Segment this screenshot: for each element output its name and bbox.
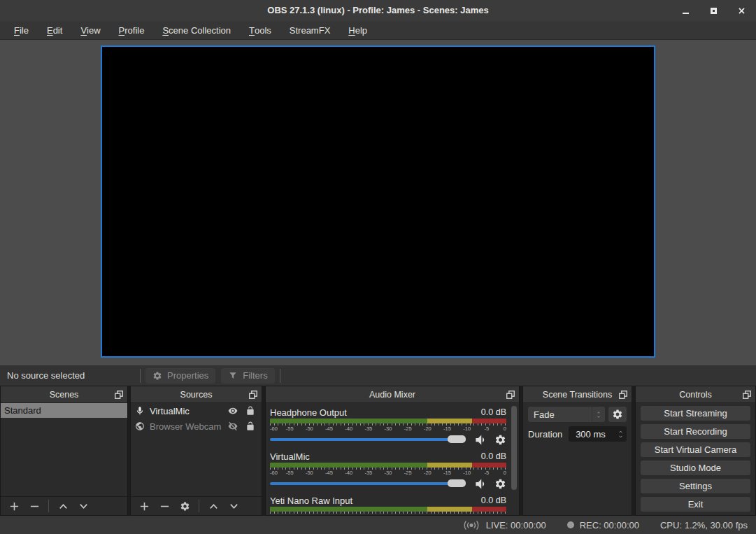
scenes-dock-header[interactable]: Scenes <box>1 386 127 403</box>
mixer-channel-headphone-output: Headphone Output 0.0 dB -60-55-50-45-40-… <box>270 406 506 450</box>
meter-tick-labels: -60-55-50-45-40-35-30-25-20-15-10-50 <box>270 470 506 476</box>
menu-file[interactable]: File <box>5 21 38 39</box>
remove-scene-button[interactable] <box>27 500 42 512</box>
start-recording-button[interactable]: Start Recording <box>641 424 750 439</box>
transition-properties-button[interactable] <box>608 407 627 422</box>
popout-icon[interactable] <box>506 390 515 400</box>
audio-mixer-dock: Audio Mixer Headphone Output 0.0 dB -60-… <box>265 386 520 516</box>
menu-view[interactable]: View <box>71 21 109 39</box>
mixer-channel-yeti-nano: Yeti Nano Raw Input 0.0 dB -60-55-50-45-… <box>270 494 506 516</box>
preview-area <box>0 41 756 365</box>
source-row-virtualmic[interactable]: VirtualMic <box>131 403 262 419</box>
gear-icon[interactable] <box>494 434 506 446</box>
gear-icon <box>180 501 190 512</box>
properties-button[interactable]: Properties <box>145 368 215 384</box>
meter-tick-label: -30 <box>385 470 392 476</box>
filters-button[interactable]: Filters <box>221 368 274 384</box>
popout-icon[interactable] <box>114 390 124 400</box>
lock-open-icon[interactable] <box>245 406 255 416</box>
speaker-icon[interactable] <box>473 433 487 447</box>
lock-open-icon[interactable] <box>245 421 255 431</box>
meter-tick-label: -10 <box>463 470 471 476</box>
visibility-eye-off-icon[interactable] <box>228 421 238 431</box>
minimize-icon[interactable] <box>680 6 690 15</box>
statusbar: LIVE: 00:00:00 REC: 00:00:00 CPU: 1.2%, … <box>0 516 756 534</box>
volume-slider[interactable] <box>270 482 466 485</box>
channel-name: Yeti Nano Raw Input <box>270 496 352 506</box>
add-scene-button[interactable] <box>6 500 22 512</box>
mixer-scrollbar[interactable] <box>511 406 517 490</box>
popout-icon[interactable] <box>742 390 752 400</box>
toolbar-separator <box>199 500 199 512</box>
meter-tick-label: -35 <box>364 470 372 476</box>
meter-tick-label: -45 <box>325 470 333 476</box>
menu-streamfx[interactable]: StreamFX <box>280 21 340 39</box>
remove-icon <box>29 501 40 512</box>
source-move-down-button[interactable] <box>226 500 241 512</box>
microphone-icon <box>135 406 145 416</box>
scene-item-standard[interactable]: Standard <box>1 403 127 418</box>
studio-mode-button[interactable]: Studio Mode <box>641 461 750 475</box>
docks-area: Scenes Standard Sources VirtualMic Brows… <box>0 386 756 516</box>
visibility-eye-icon[interactable] <box>228 406 238 416</box>
remove-source-button[interactable] <box>157 500 172 512</box>
add-icon <box>139 501 150 512</box>
remove-icon <box>159 501 170 512</box>
start-virtual-camera-button[interactable]: Start Virtual Camera <box>641 442 750 457</box>
meter-tick-label: -20 <box>424 426 432 432</box>
meter-tick-label: -50 <box>306 426 313 432</box>
menu-profile[interactable]: Profile <box>110 21 154 39</box>
scene-move-up-button[interactable] <box>55 500 71 512</box>
maximize-icon[interactable] <box>708 6 718 15</box>
source-move-up-button[interactable] <box>206 500 221 512</box>
sources-dock-header[interactable]: Sources <box>131 386 262 403</box>
volume-slider-handle[interactable] <box>448 435 466 443</box>
menu-edit[interactable]: Edit <box>38 21 71 39</box>
spinbox-arrows-icon[interactable] <box>615 427 626 441</box>
sources-dock: Sources VirtualMic Browser Webcam <box>130 386 262 516</box>
window-controls <box>680 0 746 21</box>
volume-slider[interactable] <box>270 438 466 441</box>
gear-icon[interactable] <box>494 478 506 490</box>
menu-tools[interactable]: Tools <box>240 21 280 39</box>
menu-scene-collection[interactable]: Scene Collection <box>153 21 240 39</box>
controls-dock-header[interactable]: Controls <box>636 386 755 403</box>
toolbar-separator <box>140 369 141 383</box>
record-dot-icon <box>567 521 574 528</box>
scene-move-down-button[interactable] <box>76 500 91 512</box>
settings-button[interactable]: Settings <box>641 479 750 493</box>
popout-icon[interactable] <box>618 390 628 400</box>
meter-tick-label: -35 <box>364 426 372 432</box>
duration-spinbox[interactable]: 300 ms <box>569 426 627 442</box>
volume-slider-handle[interactable] <box>448 479 466 487</box>
preview-canvas[interactable] <box>101 45 655 358</box>
exit-button[interactable]: Exit <box>641 497 750 512</box>
move-down-icon <box>78 501 89 512</box>
start-streaming-button[interactable]: Start Streaming <box>641 406 750 421</box>
speaker-icon[interactable] <box>473 477 487 491</box>
titlebar: OBS 27.1.3 (linux) - Profile: James - Sc… <box>0 0 756 21</box>
meter-tick-labels: -60-55-50-45-40-35-30-25-20-15-10-50 <box>270 426 506 432</box>
audio-mixer-dock-header[interactable]: Audio Mixer <box>266 386 519 403</box>
source-toolbar: No source selected Properties Filters <box>0 365 756 386</box>
close-icon[interactable] <box>736 6 746 15</box>
mixer-body: Headphone Output 0.0 dB -60-55-50-45-40-… <box>266 404 519 515</box>
channel-name: Headphone Output <box>270 407 347 418</box>
channel-level: 0.0 dB <box>481 451 506 461</box>
source-properties-button[interactable] <box>177 500 192 512</box>
popout-icon[interactable] <box>248 390 258 400</box>
meter-tick-label: -5 <box>484 426 489 432</box>
scene-transitions-dock-header[interactable]: Scene Transitions <box>523 386 632 403</box>
add-source-button[interactable] <box>136 500 152 512</box>
cpu-fps-status: CPU: 1.2%, 30.00 fps <box>660 520 748 531</box>
move-up-icon <box>208 501 219 512</box>
source-row-browser-webcam[interactable]: Browser Webcam <box>131 419 262 434</box>
meter-tick-label: -40 <box>345 470 352 476</box>
scene-transitions-dock: Scene Transitions Fade Duration <box>522 386 632 516</box>
meter-tick-label: -25 <box>404 426 412 432</box>
transition-select[interactable]: Fade <box>528 407 605 422</box>
move-down-icon <box>229 501 239 512</box>
mixer-channel-virtualmic: VirtualMic 0.0 dB -60-55-50-45-40-35-30-… <box>270 450 506 494</box>
menu-help[interactable]: Help <box>339 21 376 39</box>
volume-meter <box>270 463 506 468</box>
